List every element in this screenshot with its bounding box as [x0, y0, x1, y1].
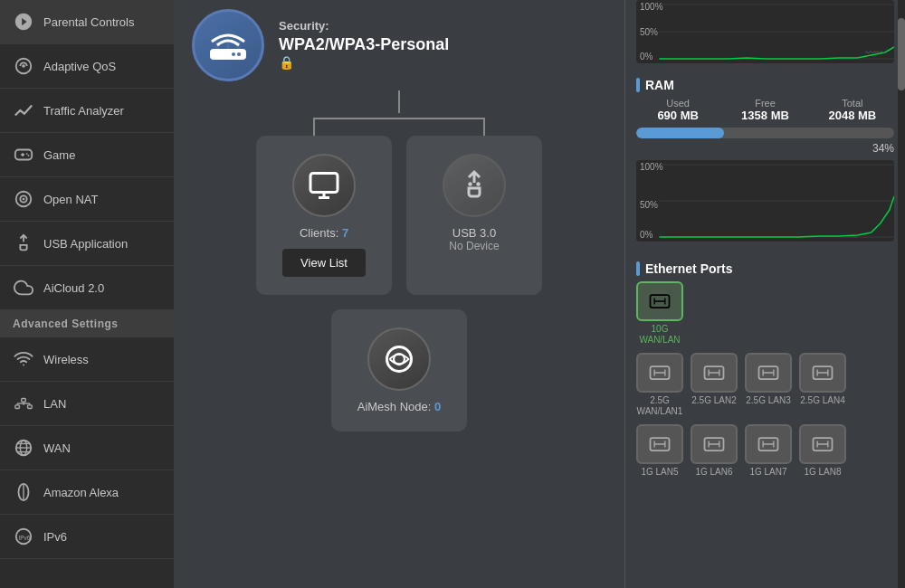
ram-used-stat: Used 690 MB: [636, 98, 719, 122]
sidebar-item-traffic-analyzer[interactable]: Traffic Analyzer: [0, 89, 174, 133]
adaptive-qos-icon: [13, 55, 34, 77]
tree-left-branch: [313, 118, 315, 136]
eth-port-2g5-lan2-icon: [701, 360, 727, 385]
ram-free-stat: Free 1358 MB: [723, 98, 806, 122]
clients-device-circle: [292, 154, 356, 217]
wan-icon: [13, 437, 34, 459]
ram-chart-svg: [636, 160, 894, 242]
main-content: Security: WPA2/WPA3-Personal 🔒: [174, 0, 905, 588]
lock-icon: 🔒: [279, 54, 449, 72]
eth-port-10g-wan-lan[interactable]: 10GWAN/LAN: [636, 281, 683, 346]
sidebar-item-adaptive-qos-label: Adaptive QoS: [43, 60, 116, 73]
eth-port-1g-lan6[interactable]: 1G LAN6: [691, 424, 738, 478]
sidebar-item-lan[interactable]: LAN: [0, 382, 174, 426]
eth-port-1g-lan8[interactable]: 1G LAN8: [799, 424, 846, 478]
eth-port-1g-lan6-label: 1G LAN6: [695, 467, 732, 478]
eth-port-1g-lan6-box: [691, 424, 738, 464]
sidebar-item-lan-label: LAN: [43, 397, 66, 411]
eth-port-1g-lan5[interactable]: 1G LAN5: [636, 424, 683, 478]
svg-point-32: [468, 182, 472, 186]
router-svg: [206, 24, 250, 67]
sidebar-item-traffic-analyzer-label: Traffic Analyzer: [43, 104, 124, 118]
eth-port-1g-lan7-icon: [756, 432, 781, 457]
eth-port-1g-lan7-label: 1G LAN7: [749, 467, 786, 478]
cpu-charts-area: 100% 50% 0% 〰〰: [636, 0, 894, 71]
sidebar-item-open-nat[interactable]: Open NAT: [0, 177, 174, 222]
eth-port-2g5-lan3-box: [745, 353, 792, 393]
cpu-chart-top: 100% 50% 0% 〰〰: [636, 0, 894, 63]
monitor-icon: [308, 169, 340, 202]
sidebar-item-game[interactable]: Game: [0, 133, 174, 177]
usb-label: USB 3.0 No Device: [449, 226, 499, 252]
eth-port-2g5-lan4-icon: [810, 360, 835, 385]
sidebar-item-wan[interactable]: WAN: [0, 426, 174, 470]
clients-card: Clients: 7 View List: [256, 136, 392, 295]
usb-application-icon: [13, 232, 34, 254]
cpu-100-label: 100%: [640, 2, 663, 12]
traffic-analyzer-icon: [13, 100, 34, 121]
svg-point-27: [237, 52, 241, 56]
aimesh-card: AiMesh Node: 0: [331, 309, 467, 432]
eth-port-1g-lan7-box: [745, 424, 792, 464]
aicloud-icon: [13, 277, 34, 299]
eth-port-2g5-wan-lan1[interactable]: 2.5GWAN/LAN1: [636, 353, 683, 417]
scrollbar-thumb[interactable]: [898, 18, 905, 90]
ram-stats-grid: Used 690 MB Free 1358 MB Total 2048 MB: [636, 98, 894, 122]
open-nat-icon: [13, 188, 34, 210]
ipv6-icon: IPv6: [13, 526, 34, 547]
sidebar-item-wireless[interactable]: Wireless: [0, 337, 174, 382]
eth-port-10g-label: 10GWAN/LAN: [639, 324, 680, 346]
sidebar: Parental Controls Adaptive QoS Traffic A…: [0, 0, 174, 588]
eth-port-1g-lan6-icon: [701, 432, 727, 457]
sidebar-item-usb-application[interactable]: USB Application: [0, 222, 174, 266]
sidebar-item-ipv6-label: IPv6: [43, 530, 67, 544]
eth-ports-row3: 1G LAN5 1G LAN6: [636, 424, 894, 478]
sidebar-item-parental-controls-label: Parental Controls: [43, 15, 134, 29]
svg-point-33: [476, 182, 481, 186]
ram-bar-fill: [636, 128, 724, 138]
sidebar-item-parental-controls[interactable]: Parental Controls: [0, 0, 174, 44]
parental-controls-icon: [13, 11, 34, 33]
clients-label: Clients: 7: [300, 226, 348, 240]
sidebar-item-usb-application-label: USB Application: [43, 237, 128, 251]
ethernet-ports-title: Ethernet Ports: [636, 254, 894, 281]
sidebar-item-adaptive-qos[interactable]: Adaptive QoS: [0, 44, 174, 89]
eth-port-1g-lan5-box: [636, 424, 683, 464]
eth-port-2g5-lan3-label: 2.5G LAN3: [746, 395, 790, 406]
view-list-button[interactable]: View List: [282, 249, 366, 277]
eth-ports-row2: 2.5GWAN/LAN1 2.5G LAN2: [636, 353, 894, 417]
eth-port-2g5-wan-lan1-box: [636, 353, 683, 393]
ram-bar-container: [636, 128, 894, 138]
eth-port-10g-icon: [647, 289, 672, 314]
aimesh-label: AiMesh Node: 0: [357, 400, 442, 413]
tree-right-branch: [483, 118, 485, 136]
usb-card: USB 3.0 No Device: [406, 136, 542, 295]
ram-chart-0: 0%: [640, 230, 653, 240]
sidebar-item-wireless-label: Wireless: [43, 353, 89, 366]
game-icon: [13, 144, 34, 166]
eth-port-2g5-lan2-box: [691, 353, 738, 393]
eth-port-10g-box: [636, 281, 683, 321]
wave-icon: 〰〰: [865, 47, 887, 60]
eth-port-1g-lan5-label: 1G LAN5: [641, 467, 678, 478]
ram-percent: 34%: [636, 142, 894, 155]
eth-port-2g5-lan4[interactable]: 2.5G LAN4: [799, 353, 846, 417]
cpu-0-label: 0%: [640, 52, 653, 62]
tree-horizontal-line: [313, 118, 485, 119]
eth-port-2g5-lan3[interactable]: 2.5G LAN3: [745, 353, 792, 417]
eth-port-1g-lan7[interactable]: 1G LAN7: [745, 424, 792, 478]
sidebar-item-aicloud-label: AiCloud 2.0: [43, 281, 104, 295]
ram-chart-100: 100%: [640, 162, 663, 172]
scrollbar[interactable]: [898, 0, 905, 588]
eth-port-2g5-lan2[interactable]: 2.5G LAN2: [691, 353, 738, 417]
svg-rect-11: [28, 405, 33, 409]
ram-total-stat: Total 2048 MB: [811, 98, 894, 122]
device-cards-row1: Clients: 7 View List US: [192, 136, 606, 295]
sidebar-item-ipv6[interactable]: IPv6 IPv6: [0, 515, 174, 559]
aimesh-device-circle: [367, 327, 431, 391]
router-security-info: Security: WPA2/WPA3-Personal 🔒: [279, 18, 449, 71]
sidebar-item-amazon-alexa[interactable]: Amazon Alexa: [0, 470, 174, 515]
router-info: Security: WPA2/WPA3-Personal 🔒: [192, 0, 606, 86]
eth-port-1g-lan8-label: 1G LAN8: [804, 467, 841, 478]
sidebar-item-aicloud[interactable]: AiCloud 2.0: [0, 266, 174, 310]
